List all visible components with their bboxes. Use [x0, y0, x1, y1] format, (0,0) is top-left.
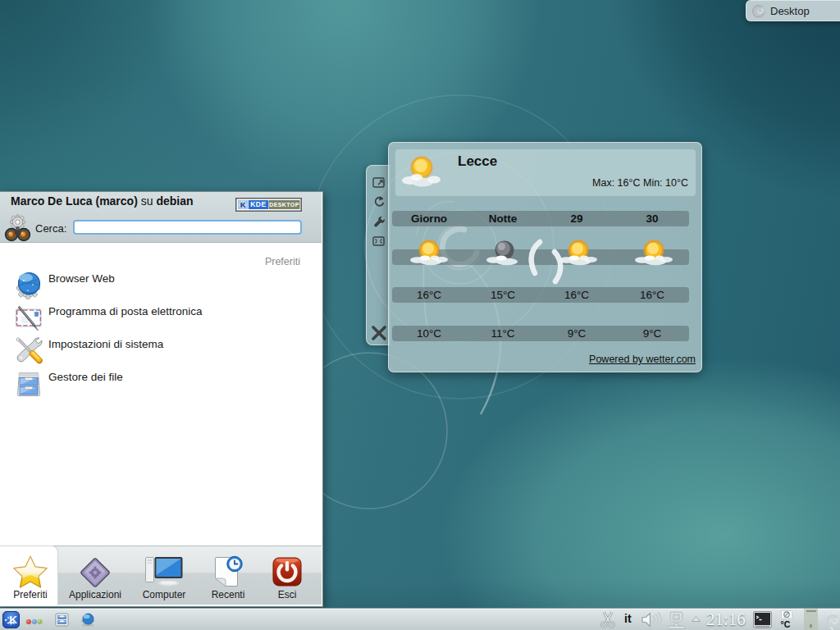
svg-text:K: K [9, 614, 17, 626]
svg-text:DESKTOP: DESKTOP [269, 202, 299, 208]
svg-text:KDE: KDE [250, 200, 267, 208]
svg-text:°C: °C [781, 619, 791, 629]
svg-text:K: K [240, 200, 246, 209]
